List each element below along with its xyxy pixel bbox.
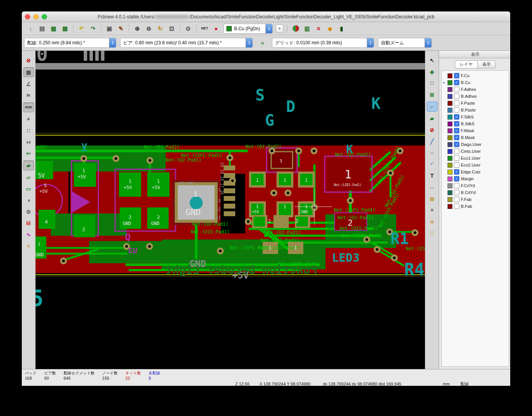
zoom-in-icon[interactable]: ⊕ <box>132 24 143 34</box>
freeroute-icon[interactable]: ◆ <box>325 24 335 34</box>
layer-visibility-checkbox[interactable]: ✓ <box>454 176 459 181</box>
layer-visibility-checkbox[interactable] <box>454 94 459 99</box>
show-zones-icon[interactable]: ▰ <box>23 160 34 170</box>
layer-row-f-paste[interactable]: F.Paste <box>442 100 509 107</box>
layer-color-swatch[interactable] <box>447 73 452 78</box>
zoom-redraw-icon[interactable]: ↻ <box>155 24 166 34</box>
netlist-icon[interactable]: NET <box>199 24 210 34</box>
add-circle-icon[interactable]: ○ <box>427 148 437 157</box>
add-arc-icon[interactable]: ◜ <box>427 160 437 169</box>
swap-layers-icon[interactable] <box>290 24 301 34</box>
save-board-icon[interactable]: ↓ <box>25 24 36 34</box>
units-inch-icon[interactable]: In <box>24 91 34 100</box>
layer-color-swatch[interactable] <box>447 142 452 147</box>
layer-visibility-checkbox[interactable] <box>454 204 459 209</box>
layer-visibility-checkbox[interactable] <box>454 100 459 106</box>
layer-visibility-checkbox[interactable] <box>454 155 459 161</box>
layer-visibility-checkbox[interactable] <box>454 183 459 188</box>
page-settings-icon[interactable]: ▤ <box>37 24 47 34</box>
layer-row-eco1-user[interactable]: Eco1.User <box>442 155 509 162</box>
add-target-icon[interactable]: ◎ <box>427 194 437 203</box>
layer-color-swatch[interactable] <box>447 128 452 133</box>
tab-render[interactable]: 表示 <box>477 60 496 68</box>
plot-icon[interactable]: ✎ <box>116 24 126 34</box>
print-icon[interactable]: ▣ <box>104 24 115 34</box>
layer-row-edge-cuts[interactable]: ✓Edge.Cuts <box>442 168 509 175</box>
grid-toggle-icon[interactable]: ▦ <box>23 67 34 77</box>
track-mode-icon[interactable]: ⌗ <box>313 24 324 34</box>
microwave-tools-icon[interactable]: ∿ <box>24 230 34 239</box>
track-display-icon[interactable]: ≈ <box>257 38 268 48</box>
zoom-fit-icon[interactable]: ⊡ <box>166 24 177 34</box>
local-ratsnest-icon[interactable]: ∷ <box>427 79 437 88</box>
layer-visibility-checkbox[interactable]: ✓ <box>454 73 459 78</box>
layer-visibility-checkbox[interactable]: ✓ <box>454 135 459 140</box>
select-tool-icon[interactable]: ↖ <box>427 56 437 65</box>
find-icon[interactable]: ⊙ <box>183 24 194 34</box>
layer-visibility-checkbox[interactable]: ✓ <box>454 121 459 126</box>
layer-color-swatch[interactable] <box>447 176 452 181</box>
route-track-icon[interactable]: ⌐ <box>427 102 438 112</box>
layer-row-b-paste[interactable]: B.Paste <box>442 107 509 113</box>
layer-row-margin[interactable]: ✓Margin <box>442 175 509 182</box>
layer-visibility-checkbox[interactable] <box>454 190 459 195</box>
polar-coords-icon[interactable]: ∠ <box>24 79 34 89</box>
layer-color-swatch[interactable] <box>447 197 452 202</box>
layer-color-swatch[interactable] <box>447 183 452 188</box>
layer-color-swatch[interactable] <box>447 156 452 161</box>
zoom-out-icon[interactable]: ⊖ <box>143 24 154 34</box>
layer-visibility-checkbox[interactable] <box>454 162 459 168</box>
grid-size-select[interactable]: グリッド: 0.0100 mm (0.39 mils) ▲▼ <box>272 38 374 48</box>
drill-origin-icon[interactable]: ⊹ <box>427 217 437 226</box>
pads-sketch-icon[interactable]: ⊙ <box>24 207 34 216</box>
python-console-icon[interactable]: ▮ <box>336 24 347 34</box>
layer-manager-toggle-icon[interactable]: ▥ <box>302 24 312 34</box>
pcb-canvas[interactable]: 0SDGKK⊻LED3R1R45ad2)Net-(D1-Pad2)Net-(D1… <box>36 51 425 369</box>
layer-row-b-mask[interactable]: ✓B.Mask <box>442 134 509 141</box>
add-dimension-icon[interactable]: ↔ <box>427 183 437 192</box>
keepout-area-icon[interactable]: ⊘ <box>427 125 437 134</box>
layer-color-swatch[interactable] <box>447 149 452 154</box>
layer-visibility-checkbox[interactable]: ✓ <box>454 128 459 133</box>
layer-color-swatch[interactable] <box>447 190 452 195</box>
layer-row-f-mask[interactable]: ✓F.Mask <box>442 127 509 134</box>
add-footprint-icon[interactable]: ⊞ <box>427 90 437 99</box>
undo-icon[interactable]: ↶ <box>76 24 87 34</box>
layer-color-swatch[interactable] <box>447 204 452 209</box>
pcb-canvas-area[interactable]: 0SDGKK⊻LED3R1R45ad2)Net-(D1-Pad2)Net-(D1… <box>36 51 425 369</box>
drc-icon[interactable]: ● <box>211 24 221 34</box>
cursor-shape-icon[interactable]: + <box>24 115 34 124</box>
layer-visibility-checkbox[interactable] <box>454 107 459 113</box>
units-mm-icon[interactable]: mm <box>23 102 34 112</box>
layer-color-swatch[interactable] <box>447 170 452 175</box>
add-line-icon[interactable]: ╱ <box>427 137 437 146</box>
layer-visibility-checkbox[interactable]: ✓ <box>454 80 459 85</box>
ratsnest-icon[interactable]: ∷ <box>24 126 34 135</box>
layer-visibility-checkbox[interactable]: ✓ <box>454 169 459 175</box>
layer-color-swatch[interactable] <box>447 80 452 85</box>
layer-row-b-cu[interactable]: ▸✓B.Cu <box>442 79 509 86</box>
module-editor-icon[interactable]: ▦ <box>48 24 59 34</box>
layer-row-dwgs-user[interactable]: ✓Dwgs.User <box>442 141 509 148</box>
layer-row-b-adhes[interactable]: B.Adhes <box>442 93 509 100</box>
layer-row-b-silks[interactable]: ✓B.SilkS <box>442 120 509 127</box>
layer-color-swatch[interactable] <box>447 121 452 126</box>
layer-row-eco2-user[interactable]: Eco2.User <box>442 162 509 168</box>
add-zone-icon[interactable]: ▰ <box>427 114 437 123</box>
high-contrast-icon[interactable]: ◑ <box>24 196 34 205</box>
active-layer-select[interactable]: B.Cu (PgDn) ▲▼ <box>223 24 273 34</box>
highlight-net-icon[interactable]: ◈ <box>427 67 437 76</box>
layer-row-f-cu[interactable]: ✓F.Cu <box>442 72 509 79</box>
zoom-select[interactable]: 自動ズーム ▲▼ <box>378 38 432 48</box>
layer-row-f-fab[interactable]: F.Fab <box>442 196 509 203</box>
layer-color-swatch[interactable] <box>447 115 452 120</box>
delete-old-track-icon[interactable]: ✂ <box>24 149 34 158</box>
drc-off-icon[interactable]: ⊘ <box>24 56 34 65</box>
tab-layers[interactable]: レイヤ <box>455 60 477 68</box>
layer-visibility-checkbox[interactable] <box>454 197 459 202</box>
layer-row-f-crtyd[interactable]: F.CrtYd <box>442 182 509 189</box>
hide-zones-icon[interactable]: ▱ <box>24 173 34 182</box>
layer-visibility-checkbox[interactable] <box>454 149 459 154</box>
add-text-icon[interactable]: T <box>427 171 437 180</box>
layers-select-icon[interactable]: ≡ <box>24 241 34 251</box>
